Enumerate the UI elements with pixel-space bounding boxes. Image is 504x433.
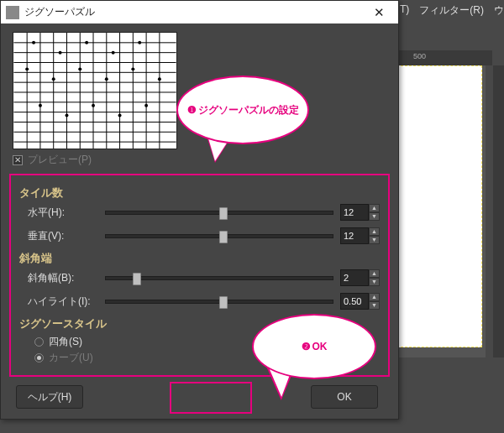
spin-up-icon[interactable]: ▲ <box>369 269 380 278</box>
menu-item[interactable]: フィルター(R) <box>414 2 489 20</box>
bevel-width-value[interactable] <box>340 269 369 286</box>
help-button[interactable]: ヘルプ(H) <box>16 385 83 409</box>
bevel-width-label: 斜角幅(B): <box>19 271 98 285</box>
svg-point-13 <box>66 114 69 117</box>
svg-rect-0 <box>13 33 176 149</box>
svg-point-8 <box>78 67 81 70</box>
dialog-titlebar[interactable]: ジグソーパズル ✕ <box>1 1 398 23</box>
square-radio[interactable] <box>34 337 44 347</box>
horizontal-slider[interactable] <box>105 211 333 215</box>
annotation-bubble-1: ❶ジグソーパズルの設定 <box>176 76 309 144</box>
dialog-title: ジグソーパズル <box>24 5 95 19</box>
annotation-bubble-2: ❷OK <box>252 314 376 379</box>
ok-button[interactable]: OK <box>311 385 378 409</box>
svg-point-11 <box>158 77 161 81</box>
svg-point-14 <box>92 104 95 107</box>
ruler-tick: 500 <box>413 52 426 60</box>
curve-radio-label: カーブ(U) <box>49 351 93 365</box>
svg-point-2 <box>59 51 62 55</box>
svg-point-10 <box>131 67 134 70</box>
close-icon[interactable]: ✕ <box>365 5 393 20</box>
spin-up-icon[interactable]: ▲ <box>369 227 380 236</box>
highlight-label: ハイライト(I): <box>19 295 98 309</box>
preview-label: プレビュー(P) <box>28 153 92 167</box>
spin-up-icon[interactable]: ▲ <box>369 204 380 212</box>
spin-down-icon[interactable]: ▼ <box>369 278 380 286</box>
svg-point-5 <box>138 41 141 44</box>
svg-point-6 <box>25 67 29 70</box>
tile-count-title: タイル数 <box>19 185 380 201</box>
vertical-slider[interactable] <box>105 234 333 238</box>
svg-point-9 <box>105 77 108 81</box>
curve-radio[interactable] <box>34 353 44 363</box>
preview-checkbox[interactable]: ✕ <box>13 155 23 165</box>
spin-down-icon[interactable]: ▼ <box>369 301 380 310</box>
spin-down-icon[interactable]: ▼ <box>369 212 380 221</box>
menu-item[interactable]: ウィンドウ(W) <box>489 2 504 20</box>
svg-point-1 <box>32 41 35 44</box>
spin-up-icon[interactable]: ▲ <box>369 293 380 301</box>
square-radio-label: 四角(S) <box>49 335 82 349</box>
bevel-width-slider[interactable] <box>105 276 333 280</box>
svg-point-12 <box>39 104 42 107</box>
dialog-icon <box>6 6 19 19</box>
svg-point-16 <box>144 104 148 107</box>
svg-point-4 <box>112 51 115 55</box>
svg-point-15 <box>118 114 122 117</box>
preview-image <box>13 32 177 149</box>
spin-down-icon[interactable]: ▼ <box>369 236 380 244</box>
bevel-title: 斜角端 <box>19 251 380 266</box>
svg-point-7 <box>52 77 55 81</box>
vertical-value[interactable] <box>340 227 369 244</box>
vertical-label: 垂直(V): <box>19 229 98 243</box>
horizontal-value[interactable] <box>340 204 369 221</box>
highlight-slider[interactable] <box>105 300 333 304</box>
svg-point-3 <box>85 41 88 44</box>
horizontal-label: 水平(H): <box>19 206 98 220</box>
highlight-value[interactable] <box>340 293 369 310</box>
vertical-scrollbar[interactable] <box>493 65 504 357</box>
